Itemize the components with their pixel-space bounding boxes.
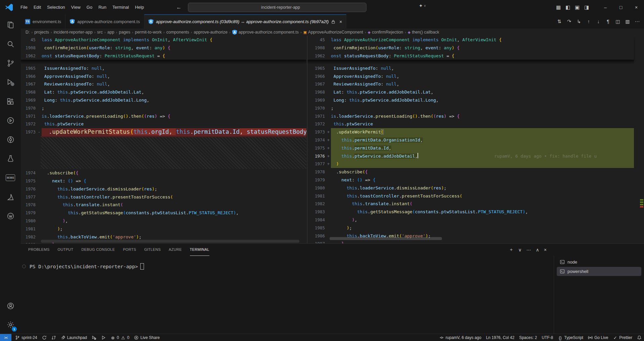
breadcrumb-item[interactable]: D:	[26, 30, 30, 35]
panel-tab-debug-console[interactable]: DEBUG CONSOLE	[82, 244, 115, 256]
activitybar-testing[interactable]	[3, 152, 17, 166]
status-remote[interactable]: ><	[0, 334, 11, 341]
diff-sign	[326, 120, 331, 128]
restore-button[interactable]: □	[613, 0, 629, 14]
overview-ruler[interactable]	[639, 36, 644, 243]
close-button[interactable]: ×	[629, 0, 644, 14]
activitybar-explorer[interactable]	[3, 18, 17, 32]
activitybar-search[interactable]	[3, 37, 17, 51]
status-problems[interactable]: ⊗0⚠0	[108, 334, 132, 341]
status-encoding[interactable]: UTF-8	[539, 334, 555, 341]
more-actions-icon[interactable]: ⋯	[527, 247, 531, 252]
minimize-button[interactable]: –	[598, 0, 613, 14]
customize-layout-icon[interactable]: ▦	[555, 4, 561, 10]
breadcrumb-item[interactable]: components	[166, 30, 189, 35]
breadcrumb-item[interactable]: app	[107, 30, 114, 35]
toggle-primary-sidebar-icon[interactable]: ◧	[565, 4, 571, 10]
panel-tab-problems[interactable]: PROBLEMS	[28, 244, 50, 256]
status-notifications[interactable]	[635, 334, 644, 341]
swap-sides-icon[interactable]: ⇅	[556, 19, 563, 24]
breadcrumb-item[interactable]: Aapprove-authorize.component.ts	[232, 30, 299, 35]
toggle-panel-icon[interactable]: ▣	[574, 4, 580, 10]
horizontal-scrollbar[interactable]	[41, 240, 299, 243]
status-prettier[interactable]: ✓Prettier	[610, 334, 635, 341]
terminal-item-node[interactable]: node	[557, 258, 641, 267]
code-text: Long: this.ptwService.addJobDetail.Long,	[331, 96, 634, 104]
terminal-view[interactable]: PS D:\projects\incident-reporter-app>	[21, 256, 554, 334]
line-number: 1908	[307, 44, 326, 52]
menu-terminal[interactable]: Terminal	[109, 3, 132, 11]
panel-tab-azure[interactable]: AZURE	[169, 244, 182, 256]
open-changes-icon[interactable]: ↷	[566, 19, 573, 24]
breadcrumb-item[interactable]: projects	[34, 30, 49, 35]
nav-back-icon[interactable]: ←	[176, 4, 182, 10]
new-terminal-icon[interactable]: ＋	[509, 247, 513, 253]
status-go-live[interactable]: Go Live	[586, 334, 610, 341]
diff-pane-original[interactable]: 45lass ApproveAuthorizeComponent impleme…	[21, 36, 306, 243]
status-run[interactable]	[99, 334, 108, 341]
open-file-icon[interactable]: ↳	[576, 19, 582, 24]
maximize-panel-icon[interactable]: ∧	[536, 247, 539, 252]
status-live-share[interactable]: Live Share	[132, 334, 162, 341]
status-sync[interactable]	[40, 334, 49, 341]
command-center-search[interactable]: incident-reporter-app	[188, 3, 366, 12]
menu-selection[interactable]: Selection	[44, 3, 68, 11]
activitybar-settings[interactable]: 1	[3, 318, 17, 332]
status-gitlens-compare[interactable]	[49, 334, 58, 341]
tab-2[interactable]: Aapprove-authorize.component.ts	[65, 14, 144, 29]
menu-run[interactable]: Run	[95, 3, 109, 11]
code-line: 1968 Lat: this.ptwService.addJobDetail.L…	[307, 88, 634, 96]
activitybar-remote-explorer[interactable]	[3, 113, 17, 127]
breadcrumb-item[interactable]: permit-to-work	[135, 30, 162, 35]
activitybar-azure[interactable]	[3, 190, 17, 204]
panel-tab-output[interactable]: OUTPUT	[58, 244, 73, 256]
tab-3[interactable]: Aapprove-authorize.component.ts (03d9c89…	[144, 14, 347, 29]
code-text: onst statusRequestBody: PermitStatusRequ…	[42, 52, 306, 60]
status-debug[interactable]	[89, 334, 99, 341]
activitybar-run-debug[interactable]	[3, 75, 17, 89]
menu-view[interactable]: View	[68, 3, 84, 11]
activitybar-wordpress[interactable]	[3, 209, 17, 223]
copilot-button[interactable]: ✦ ∨	[419, 3, 426, 8]
breadcrumb-item[interactable]: incident-reporter-app	[54, 30, 93, 35]
horizontal-scrollbar[interactable]	[330, 237, 442, 240]
breadcrumb-item[interactable]: ◈confirmRejection	[368, 30, 403, 35]
status-indentation[interactable]: Spaces: 2	[517, 334, 539, 341]
status-label: Live Share	[140, 335, 159, 340]
panel-tab-gitlens[interactable]: GITLENS	[144, 244, 161, 256]
activitybar-extensions[interactable]	[3, 94, 17, 108]
toggle-secondary-sidebar-icon[interactable]: ◨	[584, 4, 590, 10]
inline-view-icon[interactable]: ◫	[614, 19, 621, 24]
launch-profile-icon[interactable]: ∨	[518, 247, 522, 252]
activitybar-source-control[interactable]	[3, 56, 17, 70]
menu-go[interactable]: Go	[84, 3, 95, 11]
terminal-item-powershell[interactable]: powershell	[557, 267, 641, 276]
diff-pane-modified[interactable]: 45lass ApproveAuthorizeComponent impleme…	[307, 36, 644, 243]
toggle-whitespace-icon[interactable]: ¶	[605, 19, 611, 24]
status-language-mode[interactable]: {}TypeScript	[555, 334, 586, 341]
next-change-icon[interactable]: ↓	[595, 19, 602, 24]
breadcrumb-item[interactable]: ◈then() callback	[408, 30, 439, 35]
menu-help[interactable]: Help	[132, 3, 147, 11]
tab-1[interactable]: TSenvironment.ts	[21, 14, 65, 29]
split-editor-icon[interactable]: ▥	[624, 19, 631, 24]
activitybar-m365[interactable]: M365	[3, 171, 17, 185]
previous-change-icon[interactable]: ↑	[585, 19, 592, 24]
menu-file[interactable]: File	[17, 3, 31, 11]
close-icon[interactable]: ×	[339, 19, 342, 24]
activitybar-accounts[interactable]	[3, 299, 17, 313]
status-blame[interactable]: rupamV, 6 days ago	[437, 334, 484, 341]
breadcrumb-item[interactable]: pages	[119, 30, 130, 35]
activitybar-gitlens[interactable]	[3, 132, 17, 147]
menu-edit[interactable]: Edit	[31, 3, 44, 11]
breadcrumb-item[interactable]: src	[97, 30, 103, 35]
breadcrumb-item[interactable]: approve-authorize	[194, 30, 228, 35]
status-launchpad[interactable]: Launchpad	[58, 334, 89, 341]
breadcrumb-item[interactable]: ▣ApproveAuthorizeComponent	[303, 30, 363, 35]
panel-tab-terminal[interactable]: TERMINAL	[190, 244, 209, 256]
status-branch[interactable]: sprint-24	[13, 334, 40, 341]
panel-tab-ports[interactable]: PORTS	[123, 244, 136, 256]
close-panel-icon[interactable]: ×	[544, 247, 547, 252]
more-actions-icon[interactable]: ⋯	[634, 19, 641, 24]
status-cursor-position[interactable]: Ln 1976, Col 42	[484, 334, 517, 341]
